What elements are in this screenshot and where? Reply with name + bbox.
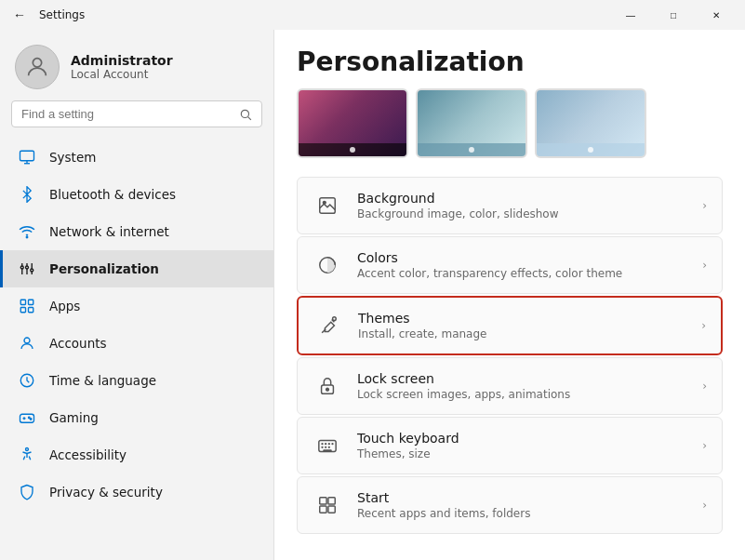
privacy-label: Privacy & security bbox=[49, 485, 163, 500]
svg-point-26 bbox=[30, 419, 32, 420]
title-bar-controls: — □ ✕ bbox=[609, 0, 738, 30]
minimize-button[interactable]: — bbox=[609, 0, 652, 30]
svg-point-20 bbox=[24, 338, 30, 343]
svg-rect-18 bbox=[20, 308, 25, 313]
svg-point-25 bbox=[29, 417, 31, 419]
accessibility-label: Accessibility bbox=[49, 447, 126, 462]
lockscreen-icon bbox=[313, 371, 342, 401]
user-section: Administrator Local Account bbox=[0, 30, 273, 100]
theme-taskbar-1 bbox=[299, 143, 406, 156]
title-bar: ← Settings — □ ✕ bbox=[0, 0, 745, 30]
settings-item-lockscreen[interactable]: Lock screen Lock screen images, apps, an… bbox=[297, 357, 723, 415]
title-bar-title: Settings bbox=[39, 8, 85, 21]
sidebar-item-system[interactable]: System bbox=[0, 139, 273, 176]
search-icon bbox=[239, 108, 252, 121]
colors-title: Colors bbox=[357, 250, 687, 265]
chevron-icon-lock: › bbox=[702, 380, 707, 393]
keyboard-text: Touch keyboard Themes, size bbox=[357, 431, 687, 460]
svg-point-34 bbox=[326, 388, 329, 391]
keyboard-desc: Themes, size bbox=[357, 447, 687, 460]
time-icon bbox=[18, 371, 36, 390]
sidebar-item-accessibility[interactable]: Accessibility bbox=[0, 436, 273, 473]
lockscreen-title: Lock screen bbox=[357, 371, 687, 386]
colors-icon bbox=[313, 250, 342, 280]
personalization-icon bbox=[18, 260, 36, 278]
nav-list: System Bluetooth & devices bbox=[0, 139, 273, 511]
user-name: Administrator bbox=[71, 53, 173, 68]
sidebar-item-personalization[interactable]: Personalization bbox=[0, 250, 273, 287]
chevron-icon: › bbox=[702, 199, 707, 212]
lockscreen-text: Lock screen Lock screen images, apps, an… bbox=[357, 371, 687, 401]
accessibility-icon bbox=[18, 446, 36, 464]
start-desc: Recent apps and items, folders bbox=[357, 507, 687, 520]
gaming-label: Gaming bbox=[49, 410, 99, 425]
user-info: Administrator Local Account bbox=[71, 53, 173, 81]
svg-point-30 bbox=[323, 201, 326, 204]
background-desc: Background image, color, slideshow bbox=[357, 207, 687, 220]
chevron-icon-themes: › bbox=[701, 319, 706, 332]
svg-rect-44 bbox=[320, 498, 326, 504]
svg-point-9 bbox=[20, 266, 23, 269]
colors-text: Colors Accent color, transparency effect… bbox=[357, 250, 687, 280]
background-title: Background bbox=[357, 191, 687, 206]
system-label: System bbox=[49, 150, 96, 165]
bluetooth-icon bbox=[18, 185, 36, 204]
system-icon bbox=[18, 148, 36, 167]
start-icon bbox=[313, 490, 342, 520]
page-title: Personalization bbox=[297, 30, 723, 88]
taskbar-dot-3 bbox=[588, 147, 593, 153]
theme-preview-2[interactable] bbox=[416, 88, 527, 158]
apps-label: Apps bbox=[49, 299, 80, 313]
svg-point-27 bbox=[26, 448, 29, 451]
sidebar-item-bluetooth[interactable]: Bluetooth & devices bbox=[0, 176, 273, 213]
title-bar-left: ← Settings bbox=[7, 4, 85, 26]
keyboard-title: Touch keyboard bbox=[357, 431, 687, 446]
svg-rect-45 bbox=[328, 498, 335, 504]
sidebar-item-privacy[interactable]: Privacy & security bbox=[0, 473, 273, 511]
privacy-icon bbox=[18, 483, 36, 501]
bluetooth-label: Bluetooth & devices bbox=[49, 187, 176, 202]
chevron-icon-colors: › bbox=[702, 259, 707, 272]
svg-point-32 bbox=[333, 317, 337, 321]
sidebar-item-gaming[interactable]: Gaming bbox=[0, 399, 273, 436]
settings-list: Background Background image, color, slid… bbox=[297, 177, 723, 534]
background-text: Background Background image, color, slid… bbox=[357, 191, 687, 220]
network-icon bbox=[18, 222, 36, 241]
main-content: Personalization bbox=[274, 30, 745, 560]
settings-item-themes[interactable]: Themes Install, create, manage › bbox=[297, 296, 723, 355]
lockscreen-desc: Lock screen images, apps, animations bbox=[357, 388, 687, 401]
svg-rect-47 bbox=[328, 506, 335, 513]
sidebar-item-network[interactable]: Network & internet bbox=[0, 213, 273, 250]
sidebar-item-time[interactable]: Time & language bbox=[0, 362, 273, 399]
time-label: Time & language bbox=[49, 373, 156, 388]
theme-taskbar-2 bbox=[418, 143, 525, 156]
start-title: Start bbox=[357, 490, 687, 505]
search-input[interactable] bbox=[21, 107, 232, 121]
sidebar-item-accounts[interactable]: Accounts bbox=[0, 325, 273, 362]
user-type: Local Account bbox=[71, 68, 173, 81]
sidebar-item-apps[interactable]: Apps bbox=[0, 287, 273, 325]
svg-point-15 bbox=[31, 269, 33, 272]
app-body: Administrator Local Account bbox=[0, 30, 745, 560]
themes-desc: Install, create, manage bbox=[358, 327, 686, 340]
accounts-icon bbox=[18, 334, 36, 353]
theme-taskbar-3 bbox=[537, 143, 645, 156]
themes-title: Themes bbox=[358, 311, 686, 326]
settings-item-background[interactable]: Background Background image, color, slid… bbox=[297, 177, 723, 234]
taskbar-dot bbox=[350, 147, 355, 153]
theme-previews bbox=[297, 88, 723, 158]
settings-item-colors[interactable]: Colors Accent color, transparency effect… bbox=[297, 236, 723, 294]
theme-preview-1[interactable] bbox=[297, 88, 408, 158]
search-box[interactable] bbox=[11, 100, 262, 127]
themes-icon bbox=[313, 311, 343, 340]
svg-rect-19 bbox=[29, 308, 33, 313]
chevron-icon-start: › bbox=[702, 499, 707, 512]
close-button[interactable]: ✕ bbox=[695, 0, 738, 30]
apps-icon bbox=[18, 297, 36, 315]
theme-preview-3[interactable] bbox=[535, 88, 646, 158]
back-button[interactable]: ← bbox=[7, 4, 32, 26]
settings-item-keyboard[interactable]: Touch keyboard Themes, size › bbox=[297, 417, 723, 474]
accounts-label: Accounts bbox=[49, 336, 107, 351]
settings-item-start[interactable]: Start Recent apps and items, folders › bbox=[297, 476, 723, 534]
maximize-button[interactable]: □ bbox=[652, 0, 695, 30]
